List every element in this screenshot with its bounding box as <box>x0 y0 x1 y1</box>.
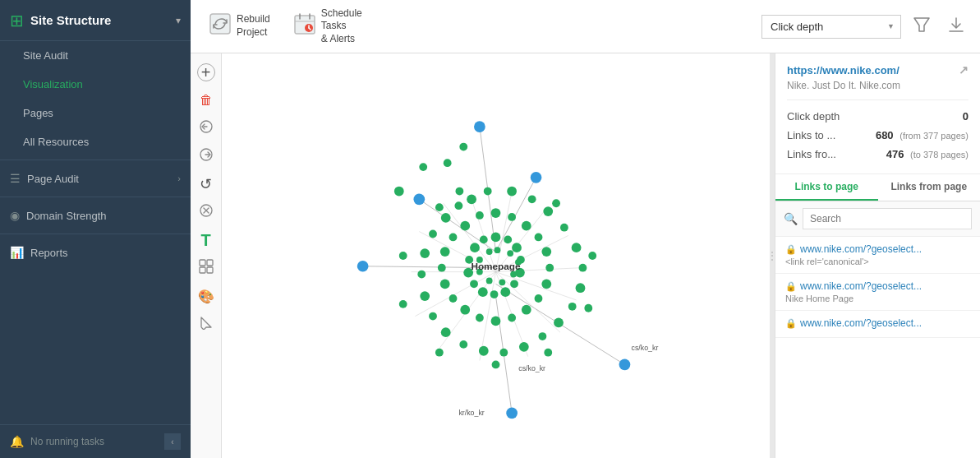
svg-point-34 <box>444 159 452 167</box>
svg-point-97 <box>504 235 512 243</box>
page-url-link[interactable]: https://www.nike.com/ <box>787 64 899 76</box>
text-tool-button[interactable]: T <box>194 228 219 252</box>
links-from-stat-value: 476 <box>886 148 904 160</box>
svg-point-88 <box>460 305 470 315</box>
svg-point-81 <box>545 264 554 272</box>
toolbar-right: Click depth Page Authority Status Code R… <box>761 12 970 41</box>
main-area: Rebuild Project Schedule Tasks & Al <box>191 0 980 458</box>
click-depth-stat: Click depth 0 <box>787 107 968 126</box>
sidebar-chevron-icon: ▾ <box>176 15 181 26</box>
tab-links-to-page[interactable]: Links to page <box>775 174 878 201</box>
schedule-icon <box>293 12 316 40</box>
svg-point-85 <box>508 314 516 322</box>
svg-point-24 <box>531 172 542 183</box>
sidebar-divider-2 <box>0 197 191 197</box>
svg-point-28 <box>357 261 369 272</box>
svg-point-63 <box>519 342 529 352</box>
reports-label: Reports <box>30 247 68 259</box>
svg-point-93 <box>449 234 458 242</box>
links-to-stat-extra: (from 377 pages) <box>899 131 968 141</box>
sidebar-item-pages[interactable]: Pages <box>0 99 191 127</box>
sidebar-section-reports[interactable]: 📊 Reports <box>0 238 191 267</box>
svg-point-96 <box>491 233 501 243</box>
sidebar-section-page-audit[interactable]: ☰ Page Audit › <box>0 164 191 193</box>
sidebar-item-visualization[interactable]: Visualization <box>0 70 191 99</box>
download-icon <box>947 21 965 37</box>
sidebar-section-domain-strength[interactable]: ◉ Domain Strength <box>0 201 191 230</box>
lock-icon-3: 🔒 <box>785 318 797 329</box>
canvas-area[interactable]: Homepage cs/ko_kr cs/ko_kr kr/ko_kr <box>222 53 770 458</box>
links-to-stat: Links to ... 680 (from 377 pages) <box>787 126 968 145</box>
svg-point-33 <box>394 187 404 197</box>
arrow-out-icon <box>199 147 214 165</box>
svg-point-64 <box>499 349 508 357</box>
delete-button[interactable]: 🗑 <box>194 88 219 113</box>
link-out-button[interactable] <box>194 144 219 169</box>
svg-point-35 <box>459 143 467 151</box>
svg-point-110 <box>507 250 513 257</box>
panel-search-input[interactable] <box>803 208 972 229</box>
svg-point-94 <box>460 221 470 231</box>
svg-point-73 <box>441 213 451 223</box>
svg-rect-19 <box>207 267 213 273</box>
panel-tabs: Links to page Links from page <box>775 174 980 201</box>
svg-marker-8 <box>914 18 929 31</box>
plus-icon: + <box>197 63 215 81</box>
svg-point-101 <box>510 280 518 288</box>
svg-point-66 <box>459 340 467 349</box>
sidebar-header[interactable]: ⊞ Site Structure ▾ <box>0 0 191 41</box>
svg-point-62 <box>538 332 546 340</box>
sidebar: ⊞ Site Structure ▾ Site Audit Visualizat… <box>0 0 191 458</box>
palette-button[interactable]: 🎨 <box>194 284 219 308</box>
cancel-button[interactable] <box>194 200 219 224</box>
svg-text:cs/ko_kr: cs/ko_kr <box>518 364 545 372</box>
click-depth-stat-label: Click depth <box>787 110 840 123</box>
svg-point-80 <box>541 247 551 257</box>
svg-point-123 <box>492 361 500 369</box>
svg-point-79 <box>535 234 543 242</box>
list-item[interactable]: 🔒 www.nike.com/?geoselect... Nike Home P… <box>775 274 980 311</box>
sidebar-item-site-audit[interactable]: Site Audit <box>0 41 191 70</box>
schedule-tasks-button[interactable]: Schedule Tasks & Alerts <box>285 2 370 51</box>
svg-point-109 <box>495 247 501 253</box>
palette-icon: 🎨 <box>198 289 214 304</box>
lock-icon-1: 🔒 <box>785 244 797 255</box>
schedule-label-text: Schedule Tasks & Alerts <box>321 7 362 46</box>
rebuild-project-button[interactable]: Rebuild Project <box>200 7 278 45</box>
sidebar-item-label: Site Audit <box>23 49 68 62</box>
svg-point-121 <box>584 304 592 312</box>
link-in-button[interactable] <box>194 116 219 141</box>
svg-point-92 <box>440 247 450 257</box>
sidebar-collapse-button[interactable]: ‹ <box>164 433 181 450</box>
svg-point-71 <box>420 248 430 258</box>
svg-point-90 <box>440 279 450 289</box>
svg-point-108 <box>470 243 480 252</box>
svg-rect-16 <box>200 260 205 266</box>
tab-links-from-page[interactable]: Links from page <box>878 174 981 201</box>
sidebar-item-label: Visualization <box>23 78 83 90</box>
undo-button[interactable]: ↺ <box>194 172 219 197</box>
svg-point-67 <box>441 327 451 337</box>
svg-point-72 <box>429 230 437 238</box>
links-to-stat-value: 680 <box>876 129 894 141</box>
svg-point-117 <box>486 248 493 255</box>
svg-point-59 <box>576 283 586 293</box>
lock-icon-2: 🔒 <box>785 281 797 292</box>
nodes-tool-button[interactable] <box>194 256 219 280</box>
click-depth-dropdown[interactable]: Click depth Page Authority Status Code R… <box>761 15 901 39</box>
filter-button[interactable] <box>908 12 936 41</box>
svg-text:Homepage: Homepage <box>471 261 521 271</box>
link-item-url-2: 🔒 www.nike.com/?geoselect... <box>785 280 970 292</box>
sidebar-item-all-resources[interactable]: All Resources <box>0 127 191 156</box>
list-item[interactable]: 🔒 www.nike.com/?geoselect... <box>775 311 980 338</box>
add-node-button[interactable]: + <box>194 60 219 85</box>
list-item[interactable]: 🔒 www.nike.com/?geoselect... <link rel='… <box>775 237 980 274</box>
text-icon: T <box>200 231 210 250</box>
svg-text:cs/ko_kr: cs/ko_kr <box>632 344 659 352</box>
download-button[interactable] <box>942 12 970 41</box>
pointer-button[interactable] <box>194 312 219 336</box>
nodes-icon <box>198 258 214 278</box>
svg-point-118 <box>455 187 463 196</box>
svg-point-22 <box>474 121 485 132</box>
svg-point-98 <box>512 243 522 252</box>
